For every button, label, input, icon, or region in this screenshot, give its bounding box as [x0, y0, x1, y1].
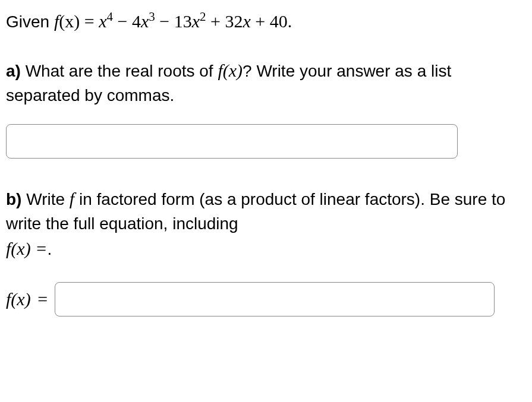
given-equation: f(x) = x4 − 4x3 − 13x2 + 32x + 40.	[54, 11, 292, 31]
part-a-answer-input[interactable]	[6, 124, 458, 159]
part-b-answer-row: f(x) =	[6, 282, 526, 316]
part-a-input-wrapper	[6, 124, 526, 159]
part-b-text-3: .	[47, 240, 52, 258]
part-b-text-2: in factored form (as a product of linear…	[6, 190, 505, 233]
part-a-fx-inline: f(x)	[218, 61, 243, 80]
part-b-answer-prefix: f(x) =	[6, 289, 50, 309]
part-a-label: a)	[6, 62, 21, 80]
part-a-text-before: What are the real roots of	[21, 62, 218, 80]
part-a-question: a) What are the real roots of f(x)? Writ…	[6, 58, 526, 107]
part-b-text-1: Write	[21, 190, 69, 208]
part-b-fxeq-inline: f(x) =	[6, 239, 47, 258]
part-b-label: b)	[6, 190, 21, 208]
given-statement: Given f(x) = x4 − 4x3 − 13x2 + 32x + 40.	[6, 8, 526, 34]
part-b-f-inline: f	[70, 189, 74, 208]
part-b-question: b) Write f in factored form (as a produc…	[6, 186, 526, 262]
part-b-answer-input[interactable]	[55, 282, 495, 316]
given-prefix: Given	[6, 12, 54, 31]
